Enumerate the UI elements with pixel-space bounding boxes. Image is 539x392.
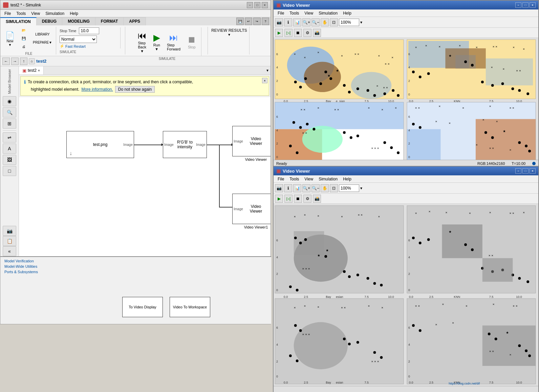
sidebar-navigate-button[interactable]: ◉ [3,96,16,106]
vv2-step-btn[interactable]: ▷| [284,195,293,203]
vv2-tool-btn-3[interactable]: 📊 [293,184,301,192]
menu-simulation[interactable]: Simulation [43,10,67,17]
vv1-menu-tools[interactable]: Tools [287,10,302,16]
close-button[interactable]: × [262,2,268,8]
menu-file[interactable]: File [2,10,14,17]
vv1-menu-file[interactable]: File [275,10,287,16]
vv2-tool-btn-2[interactable]: ℹ [284,184,292,192]
sidebar-lock-button[interactable]: 📋 [3,236,16,246]
nav-forward-button[interactable]: → [11,58,19,65]
tab-debug[interactable]: DEBUG [37,17,62,25]
sidebar-image-button[interactable]: 🖼 [3,155,16,165]
sidebar-zoom-button[interactable]: 🔍 [3,107,16,117]
vv2-extra-btn2[interactable]: 📸 [313,195,321,203]
sidebar-text-button[interactable]: A [3,144,16,154]
library-button[interactable]: LIBRARY [31,31,54,39]
vv1-tool-btn-2[interactable]: ℹ [284,18,292,26]
stop-time-input[interactable] [79,27,99,34]
step-back-button[interactable]: ⏮ StepBack ▼ [135,29,149,55]
menu-tools[interactable]: Tools [14,10,28,17]
block-viewer2[interactable]: VideoViewer Image [232,194,271,224]
stop-button[interactable]: ⏹ Stop [185,33,198,51]
vv2-close-btn[interactable]: × [530,168,536,174]
minimize-button[interactable]: − [247,2,253,8]
print-button[interactable]: 🖨 [18,44,30,51]
sidebar-camera-button[interactable]: 📷 [3,226,16,236]
vv1-zoom-input[interactable] [339,19,359,26]
block-convert[interactable]: R'G'B' tointensity Image Image [163,131,207,158]
vv1-minimize-btn[interactable]: − [515,2,521,8]
simulation-mode-select[interactable]: Normal Accelerator Rapid Accelerator [60,36,97,43]
vv2-zoom-input[interactable] [339,184,359,192]
run-button[interactable]: ▶ Run ▼ [151,31,163,53]
vv1-play-btn[interactable]: ▶ [275,29,283,37]
more-info-link[interactable]: More information. [81,87,113,92]
block-source[interactable]: test.png Image ↓ [66,131,134,158]
tab-close-icon[interactable]: × [38,69,40,72]
vv1-menu-help[interactable]: Help [340,10,354,16]
vv2-menu-tools[interactable]: Tools [287,176,302,182]
vv2-tool-btn-1[interactable]: 📷 [275,184,283,192]
vv1-menu-simulation[interactable]: Simulation [316,10,340,16]
vv2-fit[interactable]: ⊡ [330,184,338,192]
tab-simulation[interactable]: SIMULATION [0,17,37,25]
bottom-item-verification[interactable]: Model Verification [3,258,268,264]
sidebar-rect-button[interactable]: □ [3,166,16,176]
vv2-zoom-in[interactable]: 🔍+ [302,184,310,192]
vv2-menu-file[interactable]: File [275,176,287,182]
vv1-extra-btn1[interactable]: ⚙ [303,29,311,37]
vv2-stop-btn[interactable]: ⏹ [294,195,302,203]
vv2-menu-help[interactable]: Help [340,176,354,182]
nav-up-button[interactable]: ↑ [20,58,27,65]
vv2-zoom-dropdown[interactable]: ▾ [360,186,362,191]
vv2-extra-btn1[interactable]: ⚙ [303,195,311,203]
tab-apps[interactable]: APPS [124,17,146,25]
vv2-maximize-btn[interactable]: □ [522,168,529,174]
vv2-menu-simulation[interactable]: Simulation [316,176,340,182]
vv2-play-btn[interactable]: ▶ [275,195,283,203]
vv1-zoom-dropdown[interactable]: ▾ [360,20,362,25]
vv2-minimize-btn[interactable]: − [515,168,521,174]
sidebar-arrow-button[interactable]: ⇌ [3,132,16,143]
maximize-button[interactable]: □ [254,2,260,8]
vv1-tool-btn-3[interactable]: 📊 [293,18,301,26]
bottom-block-1[interactable]: To Video Display [122,297,163,317]
tab-modeling[interactable]: MODELING [62,17,95,25]
tab-menu-arrow[interactable]: ▾ [266,68,271,73]
vv1-step-btn[interactable]: ▷| [284,29,293,37]
bottom-item-utilities[interactable]: Model-Wide Utilities [3,264,268,269]
open-button[interactable]: 📂 [18,27,30,35]
model-canvas[interactable]: test.png Image ↓ R'G'B' tointensity Imag… [19,97,271,256]
sidebar-collapse-button[interactable]: « [3,246,16,256]
vv1-stop-btn[interactable]: ⏹ [294,29,302,37]
menu-view[interactable]: View [28,10,43,17]
step-forward-button[interactable]: ⏭ StepForward [165,31,183,53]
fast-restart-button[interactable]: ⚡ Fast Restart [60,44,120,48]
vv1-maximize-btn[interactable]: □ [522,2,529,8]
toolbar-save-icon[interactable]: 💾 [236,18,244,25]
bottom-item-ports[interactable]: Ports & Subsystems [3,269,268,275]
vv1-pan[interactable]: ✋ [321,18,329,26]
vv2-pan[interactable]: ✋ [321,184,329,192]
vv1-menu-view[interactable]: View [302,10,316,16]
toolbar-help-icon[interactable]: ? [262,18,269,25]
toolbar-redo-icon[interactable]: ↪ [253,18,261,25]
vv1-close-btn[interactable]: × [530,2,536,8]
model-tab-test2[interactable]: ▣ test2 × [19,66,44,74]
prepare-button[interactable]: PREPARE▼ [31,40,54,47]
nav-home-button[interactable]: ⌂ [29,58,35,64]
close-banner-button[interactable]: × [262,78,267,83]
tab-format[interactable]: FORMAT [95,17,124,25]
vv2-menu-view[interactable]: View [302,176,316,182]
vv1-fit[interactable]: ⊡ [330,18,338,26]
toolbar-undo-icon[interactable]: ↩ [245,18,252,25]
vv1-zoom-in[interactable]: 🔍+ [302,18,310,26]
save-button[interactable]: 💾 [18,36,30,43]
sidebar-view-button[interactable]: ⊞ [3,118,16,129]
bottom-block-2[interactable]: Video To Workspace [170,297,210,317]
vv2-zoom-out[interactable]: 🔍− [311,184,320,192]
menu-help[interactable]: Help [67,10,81,17]
do-not-show-button[interactable]: Do not show again [115,86,155,93]
nav-back-button[interactable]: ← [2,58,10,65]
vv1-zoom-out[interactable]: 🔍− [311,18,320,26]
